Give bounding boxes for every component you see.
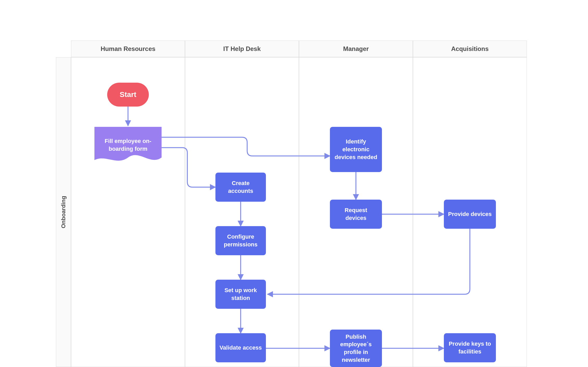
process-node-identify-devices[interactable]: Identify electronic devices needed	[330, 127, 382, 172]
swimlane-col-label: Human Resources	[101, 45, 156, 53]
process-node-provide-devices[interactable]: Provide devices	[444, 200, 496, 229]
swimlane-col-header-it: IT Help Desk	[185, 41, 299, 57]
diagram-canvas: Onboarding Human Resources IT Help Desk …	[0, 0, 588, 367]
process-node-label: Create accounts	[219, 179, 262, 195]
process-node-configure-permissions[interactable]: Configure permissions	[215, 226, 266, 255]
swimlane-col-label: Manager	[343, 45, 369, 53]
swimlane-row-header: Onboarding	[56, 57, 71, 367]
swimlane-col-label: Acquisitions	[451, 45, 489, 53]
swimlane-col-header-manager: Manager	[299, 41, 413, 57]
document-node-label: Fill employee on-boarding form	[94, 127, 162, 153]
process-node-label: Configure permissions	[219, 233, 262, 248]
swimlane-col-header-hr: Human Resources	[71, 41, 185, 57]
process-node-label: Provide devices	[448, 210, 492, 218]
process-node-publish-profile[interactable]: Publish employee´s profile in newsletter	[330, 330, 382, 367]
process-node-setup-workstation[interactable]: Set up work station	[215, 280, 266, 309]
process-node-label: Identify electronic devices needed	[334, 138, 378, 161]
process-node-label: Request devices	[334, 206, 378, 222]
process-node-request-devices[interactable]: Request devices	[330, 200, 382, 229]
start-node[interactable]: Start	[107, 83, 149, 107]
process-node-label: Publish employee´s profile in newsletter	[334, 333, 378, 364]
swimlane-row-label: Onboarding	[60, 196, 67, 228]
process-node-label: Set up work station	[219, 286, 262, 302]
swimlane-col-label: IT Help Desk	[223, 45, 261, 53]
swimlane-col-header-acquisitions: Acquisitions	[413, 41, 527, 57]
process-node-create-accounts[interactable]: Create accounts	[215, 173, 266, 202]
document-node-fill-form[interactable]: Fill employee on-boarding form	[94, 127, 162, 166]
process-node-label: Provide keys to facilities	[448, 340, 492, 355]
start-node-label: Start	[120, 90, 136, 99]
process-node-validate-access[interactable]: Validate access	[215, 333, 266, 362]
swimlane-lane-it	[185, 57, 299, 367]
process-node-label: Validate access	[220, 344, 262, 352]
process-node-provide-keys[interactable]: Provide keys to facilities	[444, 333, 496, 362]
